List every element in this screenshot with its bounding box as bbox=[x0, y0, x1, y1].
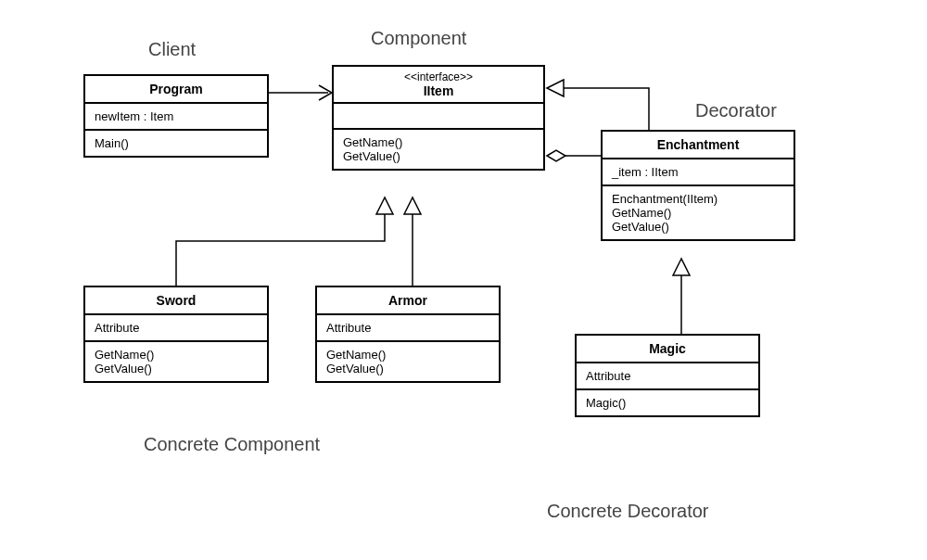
class-sword-attrs: Attribute bbox=[85, 315, 267, 342]
class-magic-attrs: Attribute bbox=[577, 363, 758, 390]
class-program: Program newItem : Item Main() bbox=[83, 74, 269, 158]
label-component: Component bbox=[371, 28, 466, 49]
gen-arrow-enchantment-iitem bbox=[547, 80, 564, 96]
class-magic-title: Magic bbox=[577, 336, 758, 363]
class-sword-title: Sword bbox=[85, 287, 267, 315]
gen-arrow-armor bbox=[404, 197, 421, 214]
class-enchantment-ops: Enchantment(IItem) GetName() GetValue() bbox=[603, 186, 794, 239]
gen-sword-iitem bbox=[176, 211, 385, 286]
class-magic: Magic Attribute Magic() bbox=[575, 334, 760, 417]
class-enchantment-attrs: _item : IItem bbox=[603, 159, 794, 186]
class-program-attrs: newItem : Item bbox=[85, 104, 267, 131]
class-armor-attrs: Attribute bbox=[317, 315, 499, 342]
gen-arrow-magic bbox=[673, 259, 690, 275]
class-armor-title: Armor bbox=[317, 287, 499, 315]
class-armor: Armor Attribute GetName() GetValue() bbox=[315, 286, 501, 383]
class-magic-ops: Magic() bbox=[577, 390, 758, 415]
op: Magic() bbox=[586, 396, 749, 410]
op: GetValue() bbox=[95, 362, 258, 375]
stereotype: <<interface>> bbox=[343, 70, 534, 83]
gen-arrow-sword bbox=[376, 197, 393, 214]
attr: Attribute bbox=[326, 321, 489, 335]
op: GetName() bbox=[95, 348, 258, 362]
op: GetName() bbox=[343, 135, 534, 149]
gen-enchantment-iitem bbox=[561, 88, 649, 130]
class-program-title: Program bbox=[85, 76, 267, 104]
class-iitem-ops: GetName() GetValue() bbox=[334, 130, 543, 169]
attr: _item : IItem bbox=[612, 165, 784, 179]
uml-diagram: Client Component Decorator Concrete Comp… bbox=[0, 0, 927, 560]
op: Enchantment(IItem) bbox=[612, 192, 784, 206]
attr: newItem : Item bbox=[95, 109, 258, 123]
arrow-program-iitem bbox=[319, 85, 332, 100]
attr: Attribute bbox=[586, 369, 749, 383]
class-sword: Sword Attribute GetName() GetValue() bbox=[83, 286, 269, 383]
op: GetName() bbox=[326, 348, 489, 362]
op: GetValue() bbox=[343, 149, 534, 163]
op: GetName() bbox=[612, 206, 784, 220]
op: GetValue() bbox=[612, 220, 784, 234]
class-iitem-header: <<interface>> IItem bbox=[334, 67, 543, 104]
op: Main() bbox=[95, 136, 258, 150]
class-iitem-title: IItem bbox=[343, 83, 534, 98]
class-program-ops: Main() bbox=[85, 131, 267, 156]
label-concrete-component: Concrete Component bbox=[144, 434, 320, 455]
class-iitem: <<interface>> IItem GetName() GetValue() bbox=[332, 65, 545, 171]
agg-diamond bbox=[547, 150, 565, 161]
class-armor-ops: GetName() GetValue() bbox=[317, 342, 499, 381]
class-iitem-attrs bbox=[334, 104, 543, 130]
label-decorator: Decorator bbox=[695, 100, 777, 121]
label-concrete-decorator: Concrete Decorator bbox=[547, 501, 709, 522]
label-client: Client bbox=[148, 39, 196, 60]
class-enchantment-title: Enchantment bbox=[603, 132, 794, 159]
class-sword-ops: GetName() GetValue() bbox=[85, 342, 267, 381]
attr: Attribute bbox=[95, 321, 258, 335]
class-enchantment: Enchantment _item : IItem Enchantment(II… bbox=[601, 130, 795, 241]
op: GetValue() bbox=[326, 362, 489, 375]
